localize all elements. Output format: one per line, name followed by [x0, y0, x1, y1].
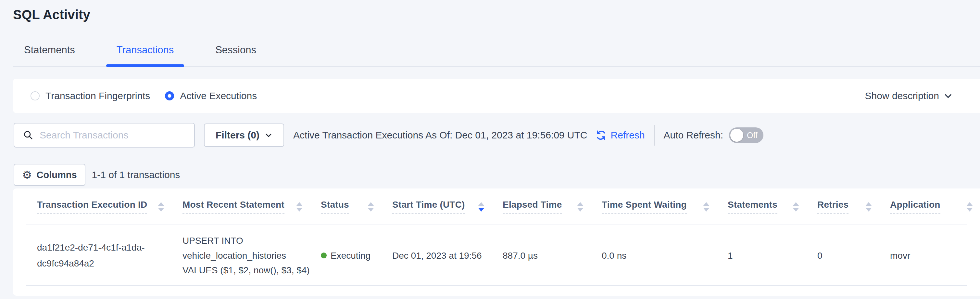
tab-statements-label: Statements — [24, 44, 75, 56]
tab-transactions[interactable]: Transactions — [106, 34, 184, 66]
chevron-down-icon — [265, 131, 272, 139]
table-controls: ⚙ Columns 1-1 of 1 transactions — [13, 164, 980, 186]
column-header-label: Application — [890, 200, 940, 214]
sort-icon[interactable] — [703, 202, 710, 211]
radio-unchecked-icon[interactable] — [30, 91, 40, 101]
cell-statements: 1 — [728, 248, 817, 263]
sort-icon[interactable] — [368, 202, 374, 211]
chevron-down-icon — [943, 91, 953, 101]
cell-retries: 0 — [817, 248, 890, 263]
as-of-timestamp: Active Transaction Executions As Of: Dec… — [293, 130, 587, 141]
filters-button[interactable]: Filters (0) — [204, 123, 284, 147]
column-header-label: Most Recent Statement — [183, 200, 285, 214]
sort-icon-active-desc[interactable] — [478, 202, 484, 211]
column-header-retries[interactable]: Retries — [817, 200, 890, 214]
column-header-label: Status — [321, 200, 349, 214]
refresh-icon — [595, 130, 607, 141]
cell-status: Executing — [321, 248, 392, 263]
table-header-row: Transaction Execution ID Most Recent Sta… — [13, 189, 980, 225]
cell-elapsed-time: 887.0 µs — [503, 248, 602, 263]
auto-refresh-state: Off — [747, 131, 764, 140]
toggle-knob — [730, 129, 743, 142]
column-header-label: Statements — [728, 200, 777, 214]
radio-checked-icon[interactable] — [165, 91, 174, 101]
view-mode-card: Transaction Fingerprints Active Executio… — [13, 78, 980, 113]
radio-active-executions-label: Active Executions — [180, 90, 257, 101]
column-header-label: Transaction Execution ID — [37, 200, 147, 214]
search-box[interactable] — [14, 123, 195, 147]
refresh-label: Refresh — [611, 130, 645, 141]
tab-bar: Statements Transactions Sessions — [13, 34, 980, 67]
transactions-table: Transaction Execution ID Most Recent Sta… — [13, 189, 980, 296]
columns-button-label: Columns — [37, 169, 76, 181]
column-header-label: Start Time (UTC) — [392, 200, 465, 214]
sort-icon[interactable] — [793, 202, 799, 211]
transaction-id-value: da1f21e2-de71-4c1f-a1da-dc9fc94a84a2 — [37, 240, 156, 271]
cell-start-time: Dec 01, 2023 at 19:56 — [392, 248, 503, 263]
search-input[interactable] — [40, 130, 188, 141]
show-description-label: Show description — [865, 90, 939, 101]
statement-value: UPSERT INTO vehicle_location_histories V… — [183, 233, 314, 278]
radio-transaction-fingerprints[interactable]: Transaction Fingerprints — [30, 90, 150, 101]
auto-refresh-toggle[interactable]: Off — [729, 127, 764, 143]
column-header-transaction-execution-id[interactable]: Transaction Execution ID — [37, 200, 183, 214]
status-value: Executing — [331, 248, 371, 263]
page-title: SQL Activity — [13, 0, 980, 22]
gear-icon: ⚙ — [22, 169, 32, 181]
tab-sessions[interactable]: Sessions — [205, 34, 267, 66]
tab-sessions-label: Sessions — [215, 44, 256, 56]
tab-statements[interactable]: Statements — [14, 34, 85, 66]
cell-time-spent-waiting: 0.0 ns — [602, 248, 728, 263]
column-header-status[interactable]: Status — [321, 200, 392, 214]
search-icon — [23, 130, 34, 141]
sort-icon[interactable] — [577, 202, 584, 211]
sort-icon[interactable] — [158, 202, 164, 211]
show-description-toggle[interactable]: Show description — [865, 90, 953, 101]
cell-transaction-execution-id: da1f21e2-de71-4c1f-a1da-dc9fc94a84a2 — [37, 240, 183, 271]
table-row[interactable]: da1f21e2-de71-4c1f-a1da-dc9fc94a84a2 UPS… — [13, 225, 980, 286]
status-executing-dot-icon — [321, 253, 327, 258]
cell-most-recent-statement: UPSERT INTO vehicle_location_histories V… — [183, 233, 321, 278]
column-header-statements[interactable]: Statements — [728, 200, 817, 214]
columns-button[interactable]: ⚙ Columns — [14, 164, 85, 186]
sort-icon[interactable] — [865, 202, 872, 211]
radio-active-executions[interactable]: Active Executions — [165, 90, 257, 101]
sql-activity-page: SQL Activity Statements Transactions Ses… — [0, 0, 980, 299]
column-header-label: Elapsed Time — [503, 200, 562, 214]
column-header-label: Retries — [817, 200, 848, 214]
result-count: 1-1 of 1 transactions — [92, 169, 180, 181]
column-header-time-spent-waiting[interactable]: Time Spent Waiting — [602, 200, 728, 214]
sort-icon[interactable] — [296, 202, 303, 211]
tab-transactions-label: Transactions — [116, 44, 174, 56]
refresh-button[interactable]: Refresh — [595, 130, 645, 141]
sort-icon[interactable] — [966, 202, 973, 211]
filters-button-label: Filters (0) — [216, 130, 259, 141]
column-header-most-recent-statement[interactable]: Most Recent Statement — [183, 200, 321, 214]
column-header-elapsed-time[interactable]: Elapsed Time — [503, 200, 602, 214]
cell-application: movr — [890, 248, 980, 263]
column-header-label: Time Spent Waiting — [602, 200, 687, 214]
column-header-start-time[interactable]: Start Time (UTC) — [392, 200, 503, 214]
toolbar: Filters (0) Active Transaction Execution… — [13, 123, 980, 147]
radio-transaction-fingerprints-label: Transaction Fingerprints — [45, 90, 150, 101]
auto-refresh-label: Auto Refresh: — [664, 130, 723, 141]
column-header-application[interactable]: Application — [890, 200, 980, 214]
toolbar-divider — [654, 125, 655, 146]
